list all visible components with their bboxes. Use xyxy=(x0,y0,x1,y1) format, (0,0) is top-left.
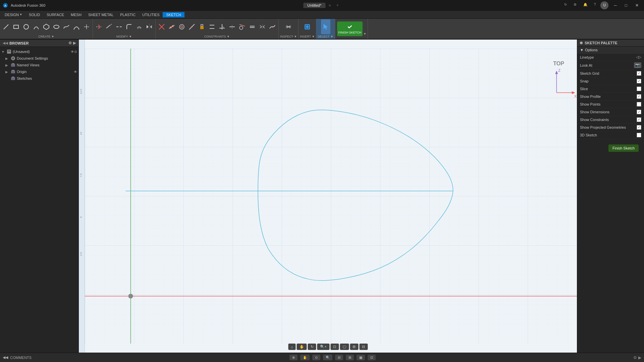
zoom-out-icon-btn[interactable]: ⊟ xyxy=(335,355,343,360)
tree-item-named-views[interactable]: ▶ Named Views xyxy=(0,62,78,68)
menu-item-surface[interactable]: SURFACE xyxy=(43,12,67,17)
menu-item-plastic[interactable]: PLASTIC xyxy=(117,12,139,17)
fix-button[interactable] xyxy=(197,19,207,34)
show-points-checkbox[interactable] xyxy=(637,102,641,107)
polygon-tool-button[interactable] xyxy=(42,19,51,34)
insert-button[interactable] xyxy=(303,19,312,34)
sketch-grid-checkbox[interactable] xyxy=(637,71,641,76)
browser-expand-icon[interactable]: ▶ xyxy=(73,41,76,45)
tree-item-origin[interactable]: ▶ Origin 👁 xyxy=(0,68,78,75)
select-button[interactable] xyxy=(321,19,330,34)
comments-collapse-icon[interactable]: ◀◀ xyxy=(3,355,8,360)
tree-settings-unsaved[interactable]: ⚙ xyxy=(74,50,77,54)
zoom-fit-button[interactable]: ⊡ xyxy=(330,344,339,350)
insert-dropdown-icon[interactable]: ▼ xyxy=(312,35,315,38)
view-icon-btn[interactable]: ⊡ xyxy=(368,355,376,360)
orbit-icon-btn[interactable]: ⊙ xyxy=(312,355,320,360)
spline-tool-button[interactable] xyxy=(62,19,71,34)
menu-item-solid[interactable]: SOLID xyxy=(25,12,43,17)
point-tool-button[interactable] xyxy=(82,19,91,34)
tree-item-doc-settings[interactable]: ▶ Document Settings xyxy=(0,55,78,62)
trim-button[interactable] xyxy=(94,19,104,34)
horizontal-button[interactable] xyxy=(227,19,237,34)
palette-options-section[interactable]: ▼ Options xyxy=(577,47,644,54)
grid-button[interactable]: ⊞ xyxy=(350,344,358,350)
ellipse-tool-button[interactable] xyxy=(52,19,61,34)
pan-button[interactable]: ✋ xyxy=(297,344,307,350)
fit-icon-btn[interactable]: ⊕ xyxy=(289,355,298,360)
finish-sketch-palette-button[interactable]: Finish Sketch xyxy=(608,144,639,152)
minimize-button[interactable]: ─ xyxy=(611,1,620,9)
tree-eye-origin[interactable]: 👁 xyxy=(74,70,77,74)
menu-item-utilities[interactable]: UTILITIES xyxy=(139,12,163,17)
arc-tool-button[interactable] xyxy=(32,19,41,34)
comments-settings-icon[interactable]: ⚙ xyxy=(633,355,637,360)
display-mode-button[interactable]: 🖵 xyxy=(340,344,349,350)
snap-checkbox[interactable] xyxy=(637,79,641,83)
conic-tool-button[interactable] xyxy=(72,19,81,34)
show-projected-checkbox[interactable] xyxy=(637,125,641,130)
show-profile-checkbox[interactable] xyxy=(637,94,641,99)
symmetric-button[interactable] xyxy=(258,19,267,34)
hand-icon-btn[interactable]: ✋ xyxy=(300,355,310,360)
zoom-icon-btn[interactable]: 🔍 xyxy=(323,355,332,360)
maximize-button[interactable]: □ xyxy=(622,1,630,9)
finish-sketch-button[interactable]: FINISH SKETCH xyxy=(337,21,363,36)
home-view-button[interactable]: ⌂ xyxy=(288,344,296,350)
display-icon-btn[interactable]: ⊞ xyxy=(346,355,354,360)
extend-button[interactable] xyxy=(104,19,114,34)
colinear-button[interactable] xyxy=(167,19,176,34)
inspect-button[interactable] xyxy=(284,19,293,34)
tangent-button[interactable] xyxy=(237,19,247,34)
linetype-right-icon[interactable]: ▷ xyxy=(639,55,641,59)
menu-item-design[interactable]: DESIGN ▼ xyxy=(1,12,25,17)
svg-line-24 xyxy=(169,25,174,28)
mirror-button[interactable] xyxy=(145,19,154,34)
zoom-in-button[interactable]: 🔍+ xyxy=(317,344,329,350)
browser-settings-icon[interactable]: ⚙ xyxy=(68,41,72,45)
circle-tool-button[interactable] xyxy=(21,19,31,34)
select-dropdown-icon[interactable]: ▼ xyxy=(330,35,333,38)
slice-checkbox[interactable] xyxy=(637,86,641,91)
menu-item-sheetmetal[interactable]: SHEET METAL xyxy=(85,12,117,17)
smooth-button[interactable] xyxy=(268,19,277,34)
concentric-button[interactable] xyxy=(177,19,186,34)
rectangle-tool-button[interactable] xyxy=(11,19,21,34)
grid-icon-btn[interactable]: ▦ xyxy=(357,355,365,360)
menu-item-mesh[interactable]: MESH xyxy=(67,12,85,17)
constraints-dropdown-icon[interactable]: ▼ xyxy=(227,35,230,38)
canvas-area[interactable]: 12.5 10 7.5 5 2.5 xyxy=(79,40,577,353)
create-dropdown-icon[interactable]: ▼ xyxy=(51,35,54,38)
parallel-button[interactable] xyxy=(207,19,217,34)
inspect-dropdown-icon[interactable]: ▼ xyxy=(294,35,297,38)
view-mode-button[interactable]: ⊟ xyxy=(359,344,368,350)
line-tool-button[interactable] xyxy=(1,19,11,34)
midpoint-button[interactable] xyxy=(187,19,197,34)
equal-button[interactable] xyxy=(248,19,257,34)
orbit-button[interactable]: ↻ xyxy=(308,344,316,350)
tree-eye-unsaved[interactable]: 👁 xyxy=(71,50,74,54)
axis-origin-marker[interactable] xyxy=(128,294,133,298)
close-button[interactable]: ✕ xyxy=(633,1,641,9)
finish-sketch-dropdown-icon[interactable]: ▼ xyxy=(363,32,366,38)
browser-collapse-icon[interactable]: ◀◀ xyxy=(3,41,8,45)
comments-expand-icon[interactable]: ▶ xyxy=(638,355,641,360)
look-at-button[interactable]: 📷 xyxy=(634,62,641,68)
menu-item-sketch[interactable]: SKETCH xyxy=(163,12,184,17)
tab-close-btn[interactable]: ✕ xyxy=(326,3,333,8)
tree-item-unsaved[interactable]: ▼ (Unsaved) 👁 ⚙ xyxy=(0,48,78,55)
user-avatar[interactable]: U xyxy=(600,1,608,9)
break-button[interactable] xyxy=(114,19,124,34)
perpendicular-button[interactable] xyxy=(217,19,227,34)
show-dimensions-checkbox[interactable] xyxy=(637,110,641,114)
linetype-left-icon[interactable]: ◁ xyxy=(636,55,639,59)
show-constraints-checkbox[interactable] xyxy=(637,117,641,122)
offset-button[interactable] xyxy=(135,19,144,34)
tree-item-sketches[interactable]: ▶ Sketches xyxy=(0,75,78,82)
tab-add-btn[interactable]: + xyxy=(334,2,341,8)
3d-sketch-checkbox[interactable] xyxy=(637,133,641,137)
modify-dropdown-icon[interactable]: ▼ xyxy=(129,35,132,38)
canvas-svg[interactable]: TOP Z X xyxy=(85,40,577,353)
coincident-button[interactable] xyxy=(157,19,166,34)
fillet-button[interactable] xyxy=(124,19,134,34)
